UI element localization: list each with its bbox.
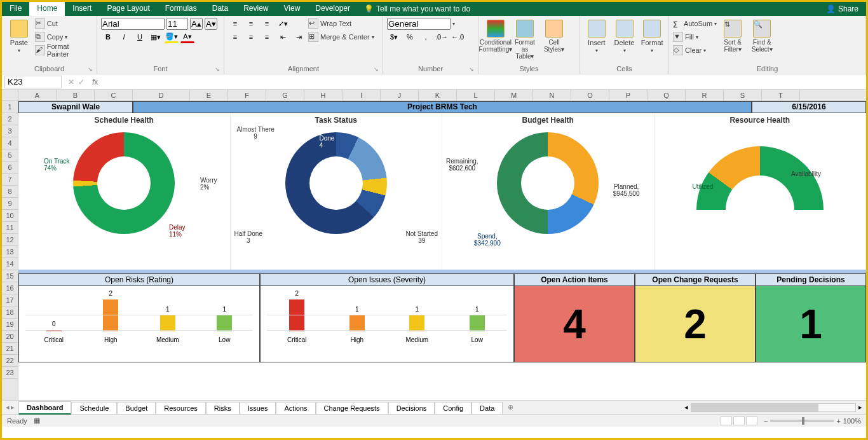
align-bottom-button[interactable]: ≡ <box>260 17 274 30</box>
sheet-tab-budget[interactable]: Budget <box>117 402 156 414</box>
shrink-font-button[interactable]: A▾ <box>205 18 217 30</box>
tab-file[interactable]: File <box>2 2 29 16</box>
hscroll-left-icon[interactable]: ◂ <box>684 403 688 411</box>
dialog-launcher-icon[interactable]: ↘ <box>88 66 93 72</box>
col-q[interactable]: Q <box>648 90 686 100</box>
align-middle-button[interactable]: ≡ <box>244 17 258 30</box>
sheet-tab-actions[interactable]: Actions <box>276 402 315 414</box>
sheet-tab-config[interactable]: Config <box>435 402 471 414</box>
fill-color-button[interactable]: 🪣▾ <box>165 31 179 43</box>
sheet-tab-schedule[interactable]: Schedule <box>71 402 117 414</box>
currency-button[interactable]: $▾ <box>387 31 401 43</box>
col-d[interactable]: D <box>133 90 190 100</box>
zoom-level[interactable]: 100% <box>843 417 861 425</box>
col-r[interactable]: R <box>686 90 724 100</box>
horizontal-scrollbar[interactable] <box>691 403 856 412</box>
view-normal-button[interactable] <box>721 416 732 425</box>
sheet-tab-data[interactable]: Data <box>471 402 503 414</box>
add-sheet-button[interactable]: ⊕ <box>503 403 519 411</box>
col-s[interactable]: S <box>724 90 762 100</box>
col-c[interactable]: C <box>95 90 133 100</box>
sheet-tab-dashboard[interactable]: Dashboard <box>18 401 71 415</box>
sheet-tab-decisions[interactable]: Decisions <box>388 402 435 414</box>
sheet-nav-prev-icon[interactable]: ▸ <box>11 403 15 411</box>
col-e[interactable]: E <box>190 90 228 100</box>
col-b[interactable]: B <box>57 90 95 100</box>
align-top-button[interactable]: ≡ <box>228 17 242 30</box>
format-cells-button[interactable]: Format▾ <box>639 17 665 53</box>
col-l[interactable]: L <box>457 90 495 100</box>
comma-button[interactable]: , <box>419 31 433 43</box>
enter-icon[interactable]: ✓ <box>78 78 85 86</box>
indent-dec-button[interactable]: ⇤ <box>276 31 290 43</box>
inc-decimal-button[interactable]: .0→ <box>435 31 449 43</box>
merge-center-button[interactable]: ⊞Merge & Center▾ <box>308 31 374 43</box>
row-headers[interactable]: 1234567891011121314151617181920212223 <box>2 101 18 400</box>
delete-cells-button[interactable]: Delete▾ <box>612 17 637 53</box>
col-g[interactable]: G <box>266 90 304 100</box>
col-t[interactable]: T <box>762 90 800 100</box>
view-page-break-button[interactable] <box>746 416 757 425</box>
zoom-out-button[interactable]: − <box>764 417 768 425</box>
fx-icon[interactable]: fx <box>88 78 102 86</box>
col-o[interactable]: O <box>571 90 609 100</box>
font-size-select[interactable] <box>166 18 188 30</box>
orientation-button[interactable]: ⤢▾ <box>276 17 290 30</box>
tell-me[interactable]: 💡 Tell me what you want to do <box>364 2 470 16</box>
cancel-icon[interactable]: ✕ <box>68 78 74 86</box>
insert-cells-button[interactable]: Insert▾ <box>584 17 609 53</box>
zoom-slider[interactable] <box>770 420 834 422</box>
grow-font-button[interactable]: A▴ <box>190 18 203 30</box>
autosum-button[interactable]: ∑ AutoSum▾ <box>673 17 717 30</box>
tab-developer[interactable]: Developer <box>308 2 358 16</box>
col-p[interactable]: P <box>609 90 648 100</box>
tab-review[interactable]: Review <box>236 2 276 16</box>
col-m[interactable]: M <box>495 90 533 100</box>
sheet-tab-issues[interactable]: Issues <box>240 402 276 414</box>
col-a[interactable]: A <box>18 90 57 100</box>
number-format-select[interactable] <box>387 18 451 30</box>
tab-home[interactable]: Home <box>29 2 65 16</box>
fill-button[interactable]: ▼Fill▾ <box>673 31 717 43</box>
cell-styles-button[interactable]: CellStyles▾ <box>541 17 567 53</box>
align-right-button[interactable]: ≡ <box>260 31 274 43</box>
bold-button[interactable]: B <box>101 31 115 43</box>
cut-button[interactable]: ✂Cut <box>35 17 93 30</box>
col-i[interactable]: I <box>342 90 381 100</box>
format-painter-button[interactable]: 🖌Format Painter <box>35 44 93 57</box>
hscroll-right-icon[interactable]: ▸ <box>858 403 862 411</box>
font-name-select[interactable] <box>101 18 165 30</box>
sheet-tab-risks[interactable]: Risks <box>206 402 240 414</box>
align-left-button[interactable]: ≡ <box>228 31 242 43</box>
italic-button[interactable]: I <box>117 31 131 43</box>
tab-data[interactable]: Data <box>205 2 236 16</box>
dialog-launcher-icon[interactable]: ↘ <box>215 66 220 72</box>
sheet-tab-resources[interactable]: Resources <box>156 402 206 414</box>
worksheet-grid[interactable]: A B C D E F G H I J K L M N O P Q R S T … <box>2 90 866 400</box>
col-j[interactable]: J <box>381 90 419 100</box>
col-h[interactable]: H <box>304 90 342 100</box>
row-hdr[interactable]: 1 <box>2 101 18 113</box>
percent-button[interactable]: % <box>403 31 417 43</box>
tab-view[interactable]: View <box>276 2 308 16</box>
tab-insert[interactable]: Insert <box>65 2 99 16</box>
col-n[interactable]: N <box>533 90 571 100</box>
wrap-text-button[interactable]: ↩Wrap Text <box>308 17 374 30</box>
underline-button[interactable]: U <box>133 31 147 43</box>
clear-button[interactable]: ◇Clear▾ <box>673 44 717 57</box>
dialog-launcher-icon[interactable]: ↘ <box>374 66 379 72</box>
format-as-table-button[interactable]: Format asTable▾ <box>512 17 538 60</box>
sheet-tab-change-requests[interactable]: Change Requests <box>316 402 388 414</box>
macro-record-icon[interactable]: ▦ <box>34 416 40 425</box>
tab-formulas[interactable]: Formulas <box>158 2 205 16</box>
conditional-formatting-button[interactable]: ConditionalFormatting▾ <box>482 17 509 53</box>
paste-button[interactable]: Paste▾ <box>6 17 32 53</box>
copy-button[interactable]: ⧉Copy▾ <box>35 31 93 43</box>
zoom-in-button[interactable]: + <box>836 417 840 425</box>
sort-filter-button[interactable]: ⇅Sort &Filter▾ <box>719 17 746 53</box>
font-color-button[interactable]: A▾ <box>180 31 194 43</box>
share-button[interactable]: 👤 Share <box>818 2 866 16</box>
col-k[interactable]: K <box>419 90 457 100</box>
name-box[interactable] <box>4 76 62 88</box>
formula-input[interactable] <box>102 76 866 88</box>
